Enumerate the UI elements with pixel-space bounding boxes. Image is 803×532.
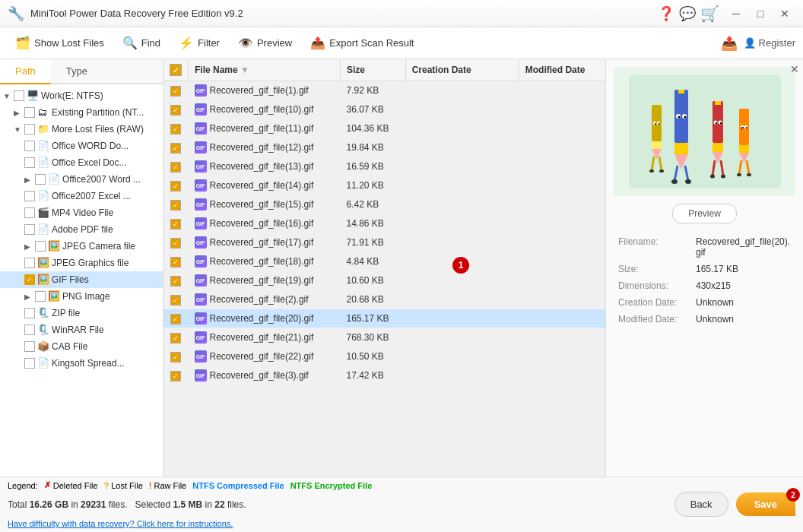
tree-check-jpeg[interactable] (35, 241, 46, 252)
tree-item-excel[interactable]: 📄 Office Excel Doc... (0, 154, 163, 171)
preview-image-button[interactable]: Preview (672, 204, 737, 223)
row-checkbox[interactable]: ✓ (170, 86, 181, 97)
row-check-cell[interactable]: ✓ (163, 309, 189, 328)
column-header-size[interactable]: Size (341, 59, 406, 81)
table-row[interactable]: ✓ GIF Recovered_gif_file(20).gif 165.17 … (163, 309, 605, 328)
tree-check-rar[interactable] (24, 325, 35, 335)
tree-check[interactable] (14, 90, 24, 101)
tree-check-pdf[interactable] (24, 224, 35, 235)
tree-toggle-partition[interactable]: ▶ (14, 109, 24, 117)
table-row[interactable]: ✓ GIF Recovered_gif_file(22).gif 10.50 K… (163, 347, 605, 366)
table-row[interactable]: ✓ GIF Recovered_gif_file(10).gif 36.07 K… (163, 100, 605, 119)
tree-check-word[interactable] (24, 141, 35, 151)
row-check-cell[interactable]: ✓ (163, 195, 189, 214)
column-header-modified[interactable]: Modified Date (519, 59, 605, 81)
row-checkbox[interactable]: ✓ (170, 295, 181, 306)
row-checkbox[interactable]: ✓ (170, 181, 181, 192)
preview-close-button[interactable]: ✕ (790, 63, 799, 75)
row-checkbox[interactable]: ✓ (170, 105, 181, 116)
show-lost-files-button[interactable]: 🗂️ Show Lost Files (8, 32, 112, 54)
tree-item-kingsoft[interactable]: 📄 Kingsoft Spread... (0, 355, 163, 372)
tree-toggle-word2007[interactable]: ▶ (24, 176, 35, 184)
tree-check-jpeg-graphics[interactable] (24, 258, 35, 268)
row-check-cell[interactable]: ✓ (163, 252, 189, 271)
table-row[interactable]: ✓ GIF Recovered_gif_file(12).gif 19.84 K… (163, 138, 605, 157)
row-check-cell[interactable]: ✓ (163, 290, 189, 309)
support-icon[interactable]: 💬 (679, 5, 696, 22)
row-checkbox[interactable]: ✓ (170, 143, 181, 154)
tree-check-kingsoft[interactable] (24, 358, 35, 369)
row-checkbox[interactable]: ✓ (170, 314, 181, 325)
select-all-checkbox[interactable]: ✓ (170, 64, 182, 76)
tree-toggle-lost[interactable]: ▼ (14, 125, 24, 134)
row-check-cell[interactable]: ✓ (163, 100, 189, 119)
row-check-cell[interactable]: ✓ (163, 214, 189, 233)
tree-item-gif[interactable]: ✓ 🖼️ GIF Files (0, 271, 163, 288)
back-button[interactable]: Back (674, 492, 728, 517)
filter-button[interactable]: ⚡ Filter (171, 32, 227, 54)
find-button[interactable]: 🔍 Find (115, 32, 168, 54)
tree-check-excel2007[interactable] (24, 191, 35, 201)
tree-check-gif[interactable]: ✓ (24, 274, 35, 285)
tree-check-lost[interactable] (24, 124, 35, 135)
row-checkbox[interactable]: ✓ (170, 200, 181, 211)
tree-item-word[interactable]: 📄 Office WORD Do... (0, 138, 163, 154)
row-check-cell[interactable]: ✓ (163, 119, 189, 138)
tree-item-pdf[interactable]: 📄 Adobe PDF file (0, 221, 163, 238)
table-row[interactable]: ✓ GIF Recovered_gif_file(11).gif 104.36 … (163, 119, 605, 138)
tree-item-excel2007[interactable]: 📄 Office2007 Excel ... (0, 188, 163, 204)
row-checkbox[interactable]: ✓ (170, 238, 181, 249)
row-checkbox[interactable]: ✓ (170, 333, 181, 344)
column-header-name[interactable]: File Name ▼ (189, 59, 341, 81)
row-checkbox[interactable]: ✓ (170, 124, 181, 135)
tab-type[interactable]: Type (51, 59, 103, 84)
tree-check-zip[interactable] (24, 308, 35, 318)
row-check-cell[interactable]: ✓ (163, 176, 189, 195)
tree-item-jpeg-camera[interactable]: ▶ 🖼️ JPEG Camera file (0, 238, 163, 255)
row-check-cell[interactable]: ✓ (163, 366, 189, 385)
tree-toggle[interactable]: ▼ (3, 92, 14, 100)
tree-item-rar[interactable]: 🗜️ WinRAR File (0, 321, 163, 338)
table-row[interactable]: ✓ GIF Recovered_gif_file(18).gif 4.84 KB (163, 252, 605, 271)
cart-icon[interactable]: 🛒 (700, 5, 719, 23)
column-header-check[interactable]: ✓ (163, 59, 189, 81)
preview-toolbar-button[interactable]: 👁️ Preview (230, 32, 300, 54)
table-row[interactable]: ✓ GIF Recovered_gif_file(13).gif 16.59 K… (163, 157, 605, 176)
table-row[interactable]: ✓ GIF Recovered_gif_file(16).gif 14.86 K… (163, 214, 605, 233)
table-row[interactable]: ✓ GIF Recovered_gif_file(21).gif 768.30 … (163, 328, 605, 347)
table-row[interactable]: ✓ GIF Recovered_gif_file(17).gif 71.91 K… (163, 233, 605, 252)
share-icon[interactable]: 📤 (721, 35, 738, 52)
tree-check-partition[interactable] (24, 107, 35, 118)
row-check-cell[interactable]: ✓ (163, 347, 189, 366)
table-row[interactable]: ✓ GIF Recovered_gif_file(1).gif 7.92 KB (163, 81, 605, 100)
table-row[interactable]: ✓ GIF Recovered_gif_file(14).gif 11.20 K… (163, 176, 605, 195)
tab-path[interactable]: Path (0, 59, 51, 84)
row-check-cell[interactable]: ✓ (163, 81, 189, 100)
table-row[interactable]: ✓ GIF Recovered_gif_file(2).gif 20.68 KB (163, 290, 605, 309)
tree-check-cab[interactable] (24, 341, 35, 352)
tree-check-word2007[interactable] (35, 174, 46, 185)
row-checkbox[interactable]: ✓ (170, 371, 181, 382)
table-row[interactable]: ✓ GIF Recovered_gif_file(3).gif 17.42 KB (163, 366, 605, 385)
export-scan-result-button[interactable]: 📤 Export Scan Result (303, 32, 421, 54)
maximize-button[interactable]: □ (750, 3, 771, 24)
close-button[interactable]: ✕ (774, 3, 795, 24)
tree-item-lost-files[interactable]: ▼ 📁 More Lost Files (RAW) (0, 121, 163, 138)
tree-item-png[interactable]: ▶ 🖼️ PNG Image (0, 288, 163, 305)
row-check-cell[interactable]: ✓ (163, 271, 189, 290)
table-row[interactable]: ✓ GIF Recovered_gif_file(19).gif 10.60 K… (163, 271, 605, 290)
register-button[interactable]: 👤 Register (744, 37, 795, 49)
row-checkbox[interactable]: ✓ (170, 257, 181, 268)
minimize-button[interactable]: ─ (725, 3, 747, 24)
table-row[interactable]: ✓ GIF Recovered_gif_file(15).gif 6.42 KB (163, 195, 605, 214)
tree-item-mp4[interactable]: 🎬 MP4 Video File (0, 204, 163, 221)
row-check-cell[interactable]: ✓ (163, 157, 189, 176)
tree-toggle-jpeg[interactable]: ▶ (24, 242, 35, 251)
help-link[interactable]: Have difficulty with data recovery? Clic… (8, 519, 233, 528)
row-checkbox[interactable]: ✓ (170, 219, 181, 230)
row-check-cell[interactable]: ✓ (163, 138, 189, 157)
tree-check-excel[interactable] (24, 157, 35, 168)
row-check-cell[interactable]: ✓ (163, 328, 189, 347)
tree-toggle-png[interactable]: ▶ (24, 293, 35, 301)
row-checkbox[interactable]: ✓ (170, 162, 181, 173)
